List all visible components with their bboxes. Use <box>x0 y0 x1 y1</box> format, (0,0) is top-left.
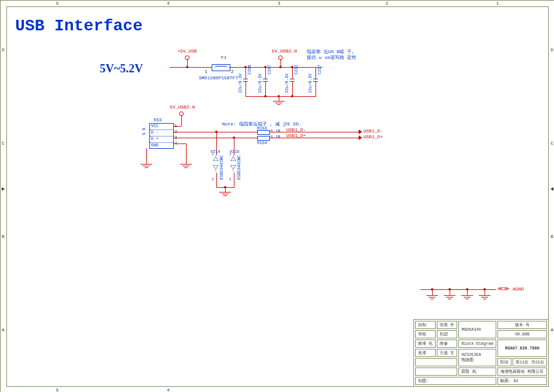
wire <box>225 187 226 192</box>
wire <box>173 126 181 127</box>
border-letter: C <box>551 141 553 146</box>
pin-vcc: VCC <box>150 124 173 130</box>
fuse-symbol <box>212 64 230 71</box>
tb-drawing: RSAG7.820.7800 <box>497 340 547 357</box>
border-letter: A <box>551 327 553 332</box>
wire <box>234 173 234 187</box>
wire <box>186 144 187 164</box>
cap-plate <box>290 79 294 79</box>
ground-symbol <box>180 164 192 168</box>
ref-c207: C207 <box>267 65 272 75</box>
part-f1: SMD1206P150TFT <box>199 75 238 80</box>
port-usb1-dm: USB1_D- <box>363 128 383 134</box>
ref-xs3: XS3 <box>153 117 162 123</box>
val-r154: 5.1R <box>271 135 280 139</box>
tb-name: 曲春 <box>437 340 457 348</box>
pin-num: 1 <box>229 152 232 156</box>
wire <box>265 82 266 96</box>
ref-c212: C212 <box>294 65 299 75</box>
cap-plate <box>263 79 268 79</box>
pin-gnd: GND <box>150 143 173 149</box>
tb-model: HZ32E35A电路图 <box>458 349 496 366</box>
net-5v-usb: +5V_USB <box>177 48 197 54</box>
part-vz15: ESDC0402NC <box>237 155 241 180</box>
border-num: 5 <box>56 1 59 6</box>
ground-symbol <box>444 295 455 299</box>
nav-arrow-right[interactable] <box>551 187 553 191</box>
tb-orig: 原型 机 <box>458 368 496 376</box>
ground-symbol <box>141 164 152 168</box>
tb-drawn: 制图: <box>415 377 496 385</box>
wire <box>205 67 212 68</box>
wire <box>173 138 257 138</box>
tb-role: 拟制 <box>415 321 436 329</box>
wire <box>265 67 266 79</box>
wire <box>229 67 322 68</box>
wire <box>432 289 433 295</box>
tb-role: 审核 <box>415 330 436 338</box>
net-usb1-dp: USB1_D+ <box>286 133 306 138</box>
wire <box>485 289 485 295</box>
wire <box>292 82 293 96</box>
net-node <box>264 95 267 97</box>
border-num: 4 <box>167 1 170 6</box>
part-vz14: ESDC0402NC <box>219 155 224 180</box>
border-letter: B <box>2 234 5 239</box>
tb-ver: V0.00B <box>497 330 547 338</box>
ground-symbol <box>461 295 473 299</box>
tb-company: 海信电器股份 有限公司 <box>497 368 547 376</box>
wire <box>270 132 360 132</box>
border-num: 3 <box>278 1 280 6</box>
schematic-sheet: D C B A D C B A 1 2 3 4 5 4 5 USB Interf… <box>0 0 554 392</box>
pin-num: 2 <box>231 69 234 74</box>
val-c217: 22u/6.3V <box>308 74 313 93</box>
wire <box>246 96 316 97</box>
ref-r153: R153 <box>257 126 267 131</box>
wire <box>246 67 246 79</box>
val-r153: 5.1R <box>271 129 280 134</box>
pin-num: 2 <box>212 177 214 181</box>
tb-stage: 阶段 <box>497 358 511 366</box>
wire <box>315 82 316 96</box>
net-5v-usb2: 5V_USB2.0 <box>272 48 297 54</box>
tvs-diode-icon: ⧊ <box>230 163 236 171</box>
net-node <box>291 95 293 97</box>
net-node <box>186 66 188 68</box>
net-node <box>279 66 282 68</box>
tb-subtitle: Block Diagram <box>458 340 496 348</box>
tb-role: 批准 <box>415 349 436 357</box>
net-5v-usb2-b: 5V_USB2.0 <box>170 104 195 110</box>
ground-symbol <box>219 192 231 196</box>
val-c207: 22u/6.3V <box>258 74 262 93</box>
pin-num: 2 <box>229 177 232 181</box>
wire <box>173 144 186 144</box>
ground-symbol <box>479 295 490 299</box>
net-usb1-dm: USB1_D- <box>286 127 306 132</box>
ref-f1: F1 <box>221 55 227 60</box>
pin-dminus: D - <box>150 130 173 136</box>
tvs-diode-icon: ⧊ <box>213 163 219 171</box>
usb-connector: VCC D - D + GND <box>149 123 174 149</box>
tb-sheet: 幅面: A3 <box>497 377 547 385</box>
tb-project: MSD6A346 <box>458 321 496 338</box>
port-arrow-icon <box>359 135 362 140</box>
tvs-diode-icon: ⧊ <box>230 155 236 163</box>
wire <box>292 67 293 79</box>
ground-symbol <box>273 101 285 105</box>
nav-arrow-left[interactable] <box>2 187 5 191</box>
wire <box>279 96 279 101</box>
port-usb1-dp: USB1_D+ <box>363 134 383 139</box>
pin-num: 1 <box>205 69 208 74</box>
ref-c206: C206 <box>247 65 252 75</box>
border-letter: C <box>2 141 5 146</box>
pin56: 5 6 <box>142 128 146 135</box>
wire <box>467 289 468 295</box>
tb-ver-label: 版本 号 <box>497 321 547 329</box>
wire <box>216 173 217 187</box>
title-block: 拟制 张善 学 MSD6A346 版本 号 审核 刘进 V0.00B 标准 化 … <box>413 319 549 387</box>
border-num: 2 <box>385 1 388 6</box>
pin-num: 1 <box>212 152 214 156</box>
wire <box>450 289 450 295</box>
border-letter: A <box>2 327 5 332</box>
tb-name: 方盛 文 <box>437 349 457 357</box>
